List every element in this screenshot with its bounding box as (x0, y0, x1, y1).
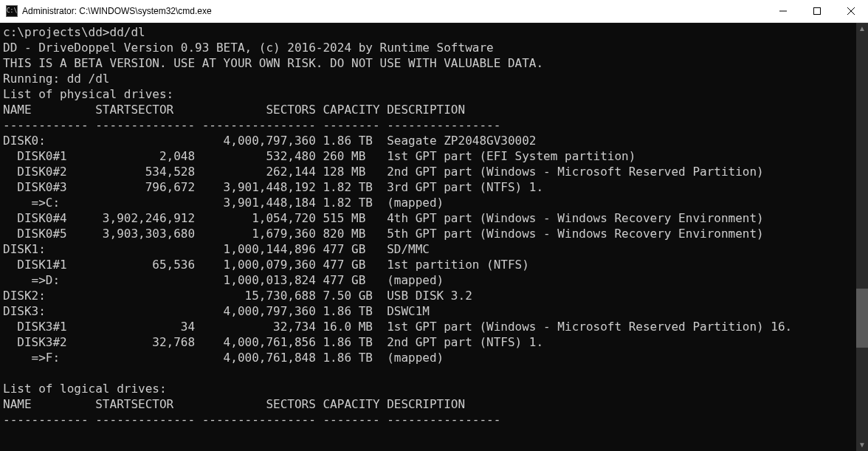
scroll-thumb[interactable] (856, 289, 868, 348)
minimize-icon (779, 7, 787, 15)
window-title: Administrator: C:\WINDOWS\system32\cmd.e… (22, 6, 766, 16)
svg-rect-1 (814, 8, 821, 15)
maximize-icon (813, 7, 821, 15)
cmd-icon: C:\ (6, 5, 18, 17)
minimize-button[interactable] (766, 0, 800, 22)
window-controls (766, 0, 868, 22)
maximize-button[interactable] (800, 0, 834, 22)
scroll-up-icon[interactable]: ▲ (856, 23, 868, 35)
close-icon (847, 7, 855, 15)
terminal-area: c:\projects\dd>dd/dl DD - DriveDoppel Ve… (0, 23, 868, 451)
cmd-icon-label: C:\ (7, 8, 17, 14)
close-button[interactable] (834, 0, 868, 22)
terminal-output[interactable]: c:\projects\dd>dd/dl DD - DriveDoppel Ve… (0, 23, 856, 451)
scrollbar-vertical[interactable]: ▲ ▼ (856, 23, 868, 451)
window-titlebar: C:\ Administrator: C:\WINDOWS\system32\c… (0, 0, 868, 23)
scroll-down-icon[interactable]: ▼ (856, 439, 868, 451)
